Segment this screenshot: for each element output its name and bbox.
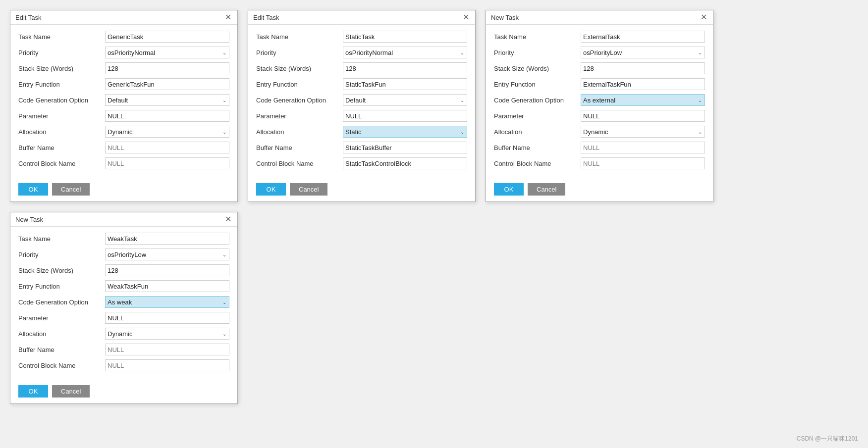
form-row-5: Parameter — [256, 110, 467, 122]
input-0[interactable] — [581, 31, 705, 43]
label-2: Stack Size (Words) — [18, 267, 105, 274]
input-8[interactable] — [581, 157, 705, 169]
form-row-8: Control Block Name — [494, 157, 705, 169]
ok-button[interactable]: OK — [18, 183, 48, 196]
input-3[interactable] — [343, 78, 467, 90]
form-row-7: Buffer Name — [18, 142, 229, 153]
form-row-7: Buffer Name — [256, 142, 467, 153]
input-0[interactable] — [105, 233, 229, 245]
dialog-1: Edit Task✕Task NamePriorityosPriorityNor… — [10, 10, 238, 202]
label-6: Allocation — [18, 128, 105, 136]
form-row-2: Stack Size (Words) — [256, 62, 467, 74]
select-wrapper-1: osPriorityNormalosPriorityLowosPriorityH… — [105, 47, 229, 58]
select-4[interactable]: DefaultAs weakAs external — [105, 94, 229, 106]
select-wrapper-4: DefaultAs weakAs external⌄ — [581, 94, 705, 106]
input-2[interactable] — [105, 62, 229, 74]
select-wrapper-4: DefaultAs weakAs external⌄ — [105, 296, 229, 308]
form-row-8: Control Block Name — [18, 157, 229, 169]
form-row-4: Code Generation OptionDefaultAs weakAs e… — [18, 94, 229, 106]
input-5[interactable] — [343, 110, 467, 122]
label-0: Task Name — [256, 33, 343, 41]
select-6[interactable]: DynamicStatic — [105, 126, 229, 138]
label-7: Buffer Name — [18, 346, 105, 353]
select-wrapper-1: osPriorityNormalosPriorityLowosPriorityH… — [343, 47, 467, 58]
ok-button[interactable]: OK — [494, 183, 524, 196]
dialog-title: Edit Task — [15, 14, 42, 21]
label-1: Priority — [494, 49, 581, 56]
dialog-title: Edit Task — [253, 14, 279, 21]
form-row-2: Stack Size (Words) — [494, 62, 705, 74]
form-row-5: Parameter — [18, 312, 229, 324]
input-2[interactable] — [105, 264, 229, 276]
select-6[interactable]: DynamicStatic — [581, 126, 705, 138]
cancel-button[interactable]: Cancel — [290, 183, 327, 196]
input-3[interactable] — [105, 280, 229, 292]
label-2: Stack Size (Words) — [256, 65, 343, 72]
label-6: Allocation — [18, 330, 105, 338]
form-row-6: AllocationDynamicStatic⌄ — [18, 328, 229, 340]
input-8[interactable] — [343, 157, 467, 169]
form-row-0: Task Name — [494, 31, 705, 43]
input-5[interactable] — [105, 312, 229, 324]
ok-button[interactable]: OK — [256, 183, 286, 196]
form-row-6: AllocationDynamicStatic⌄ — [256, 126, 467, 138]
label-6: Allocation — [494, 128, 581, 136]
select-1[interactable]: osPriorityNormalosPriorityLowosPriorityH… — [343, 47, 467, 58]
select-wrapper-4: DefaultAs weakAs external⌄ — [343, 94, 467, 106]
cancel-button[interactable]: Cancel — [52, 183, 90, 196]
dialog-title: New Task — [15, 216, 43, 223]
input-5[interactable] — [581, 110, 705, 122]
form-row-6: AllocationDynamicStatic⌄ — [18, 126, 229, 138]
input-0[interactable] — [343, 31, 467, 43]
select-4[interactable]: DefaultAs weakAs external — [343, 94, 467, 106]
select-1[interactable]: osPriorityNormalosPriorityLowosPriorityH… — [105, 249, 229, 260]
label-0: Task Name — [18, 235, 105, 243]
label-0: Task Name — [18, 33, 105, 41]
close-button[interactable]: ✕ — [224, 215, 232, 223]
input-7[interactable] — [105, 344, 229, 355]
cancel-button[interactable]: Cancel — [528, 183, 565, 196]
form-row-0: Task Name — [18, 31, 229, 43]
input-3[interactable] — [105, 78, 229, 90]
form-row-3: Entry Function — [18, 78, 229, 90]
form-row-7: Buffer Name — [494, 142, 705, 153]
input-2[interactable] — [581, 62, 705, 74]
input-7[interactable] — [105, 142, 229, 153]
select-6[interactable]: DynamicStatic — [105, 328, 229, 340]
input-7[interactable] — [343, 142, 467, 153]
cancel-button[interactable]: Cancel — [52, 385, 90, 398]
dialog-title: New Task — [491, 14, 519, 21]
select-6[interactable]: DynamicStatic — [343, 126, 467, 138]
watermark: CSDN @一只喵咪1201 — [797, 435, 858, 443]
form-row-4: Code Generation OptionDefaultAs weakAs e… — [494, 94, 705, 106]
label-5: Parameter — [256, 112, 343, 120]
input-2[interactable] — [343, 62, 467, 74]
close-button[interactable]: ✕ — [224, 13, 232, 21]
label-7: Buffer Name — [494, 144, 581, 151]
close-button[interactable]: ✕ — [700, 13, 708, 21]
label-4: Code Generation Option — [18, 299, 105, 306]
form-row-8: Control Block Name — [256, 157, 467, 169]
select-wrapper-6: DynamicStatic⌄ — [343, 126, 467, 138]
ok-button[interactable]: OK — [18, 385, 48, 398]
select-4[interactable]: DefaultAs weakAs external — [105, 296, 229, 308]
form-row-1: PriorityosPriorityNormalosPriorityLowosP… — [256, 47, 467, 58]
input-3[interactable] — [581, 78, 705, 90]
label-1: Priority — [256, 49, 343, 56]
select-wrapper-1: osPriorityNormalosPriorityLowosPriorityH… — [581, 47, 705, 58]
select-1[interactable]: osPriorityNormalosPriorityLowosPriorityH… — [581, 47, 705, 58]
form-row-7: Buffer Name — [18, 344, 229, 355]
input-7[interactable] — [581, 142, 705, 153]
form-row-5: Parameter — [18, 110, 229, 122]
dialog-2: Edit Task✕Task NamePriorityosPriorityNor… — [248, 10, 476, 202]
label-8: Control Block Name — [494, 160, 581, 167]
input-8[interactable] — [105, 157, 229, 169]
select-1[interactable]: osPriorityNormalosPriorityLowosPriorityH… — [105, 47, 229, 58]
input-5[interactable] — [105, 110, 229, 122]
select-wrapper-1: osPriorityNormalosPriorityLowosPriorityH… — [105, 249, 229, 260]
label-2: Stack Size (Words) — [18, 65, 105, 72]
select-4[interactable]: DefaultAs weakAs external — [581, 94, 705, 106]
input-8[interactable] — [105, 359, 229, 371]
close-button[interactable]: ✕ — [462, 13, 470, 21]
input-0[interactable] — [105, 31, 229, 43]
